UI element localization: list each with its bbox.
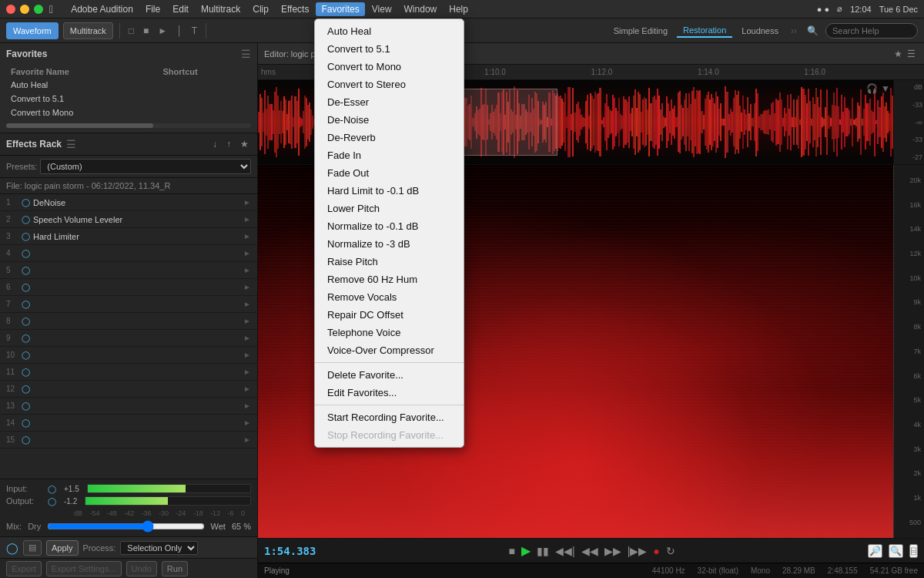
- effect-expand-1[interactable]: ►: [243, 198, 251, 207]
- meters-button[interactable]: ▤: [23, 540, 42, 556]
- effect-power-2[interactable]: ◯: [22, 215, 30, 223]
- menu-de-esser[interactable]: De-Esser: [315, 93, 464, 111]
- menu-convert-5-1[interactable]: Convert to 5.1: [315, 40, 464, 58]
- menu-de-reverb[interactable]: De-Reverb: [315, 129, 464, 146]
- effect-row-13[interactable]: 13◯►: [0, 398, 257, 415]
- search-input[interactable]: [825, 23, 918, 39]
- effect-row-12[interactable]: 12◯►: [0, 381, 257, 398]
- favorites-scrollbar[interactable]: [6, 123, 251, 128]
- channel-settings-icon[interactable]: ▼: [881, 83, 890, 94]
- menu-fade-in[interactable]: Fade In: [315, 146, 464, 164]
- effect-row-7[interactable]: 7◯►: [0, 296, 257, 313]
- menu-auto-heal[interactable]: Auto Heal: [315, 22, 464, 40]
- menu-effects[interactable]: Effects: [276, 2, 314, 16]
- headphone-icon[interactable]: 🎧: [866, 83, 878, 94]
- multitrack-tab[interactable]: Multitrack: [63, 22, 113, 39]
- effects-rack-save-icon[interactable]: ↓: [210, 138, 219, 150]
- maximize-button[interactable]: [34, 5, 43, 14]
- menu-telephone-voice[interactable]: Telephone Voice: [315, 324, 464, 341]
- menu-de-noise[interactable]: De-Noise: [315, 111, 464, 129]
- effects-rack-load-icon[interactable]: ↑: [224, 138, 233, 150]
- effect-power-3[interactable]: ◯: [22, 232, 30, 240]
- effect-row-3[interactable]: 3 ◯ Hard Limiter ►: [0, 228, 257, 245]
- pause-button[interactable]: ▮▮: [537, 545, 549, 557]
- favorite-row-2[interactable]: Convert to 5.1: [8, 92, 249, 105]
- apply-button[interactable]: Apply: [46, 540, 79, 556]
- toolbar-icon-2[interactable]: ■: [141, 25, 151, 37]
- toolbar-icon-1[interactable]: □: [126, 25, 136, 37]
- effect-row-10[interactable]: 10◯►: [0, 347, 257, 364]
- favorite-row-3[interactable]: Convert to Mono: [8, 106, 249, 119]
- tab-loudness[interactable]: Loudness: [735, 25, 785, 37]
- fit-icon[interactable]: ⌸: [909, 544, 918, 558]
- export-button[interactable]: Export: [6, 561, 42, 576]
- editor-icon-2[interactable]: ☰: [905, 48, 918, 60]
- menu-edit-favorites[interactable]: Edit Favorites...: [315, 384, 464, 402]
- menu-window[interactable]: Window: [399, 2, 443, 16]
- menu-favorites[interactable]: Favorites: [316, 2, 364, 16]
- editor-icon-1[interactable]: ★: [892, 48, 905, 60]
- menu-file[interactable]: File: [140, 2, 166, 16]
- toolbar-icon-5[interactable]: T: [189, 25, 199, 37]
- mix-slider[interactable]: [47, 521, 204, 532]
- search-icon[interactable]: 🔍: [805, 25, 821, 37]
- effect-row-14[interactable]: 14◯►: [0, 415, 257, 432]
- effect-row-1[interactable]: 1 ◯ DeNoise ►: [0, 194, 257, 211]
- menu-start-recording[interactable]: Start Recording Favorite...: [315, 408, 464, 426]
- menu-edit[interactable]: Edit: [167, 2, 194, 16]
- menu-repair-dc[interactable]: Repair DC Offset: [315, 306, 464, 324]
- menu-clip[interactable]: Clip: [247, 2, 274, 16]
- menu-raise-pitch[interactable]: Raise Pitch: [315, 253, 464, 271]
- effect-expand-3[interactable]: ►: [243, 232, 251, 240]
- menu-multitrack[interactable]: Multitrack: [196, 2, 246, 16]
- effect-row-2[interactable]: 2 ◯ Speech Volume Leveler ►: [0, 211, 257, 228]
- menu-normalize-0-1[interactable]: Normalize to -0.1 dB: [315, 217, 464, 235]
- stop-button[interactable]: ■: [509, 545, 515, 557]
- skip-back-button[interactable]: ◀◀|: [555, 545, 575, 557]
- process-select[interactable]: Selection Only: [120, 541, 198, 555]
- menu-lower-pitch[interactable]: Lower Pitch: [315, 200, 464, 217]
- mac-window-controls[interactable]: [6, 5, 43, 14]
- menu-view[interactable]: View: [367, 2, 397, 16]
- menu-audition[interactable]: Adobe Audition: [65, 2, 139, 16]
- fast-forward-button[interactable]: ▶▶: [604, 545, 621, 557]
- menu-delete-favorite[interactable]: Delete Favorite...: [315, 366, 464, 384]
- favorite-row-1[interactable]: Auto Heal: [8, 79, 249, 91]
- effect-row-8[interactable]: 8◯►: [0, 313, 257, 330]
- menu-convert-stereo[interactable]: Convert to Stereo: [315, 76, 464, 93]
- tab-restoration[interactable]: Restoration: [677, 24, 732, 38]
- effect-row-11[interactable]: 11◯►: [0, 364, 257, 381]
- zoom-in-icon[interactable]: 🔎: [868, 544, 882, 558]
- menu-fade-out[interactable]: Fade Out: [315, 164, 464, 182]
- effect-row-4[interactable]: 4◯►: [0, 245, 257, 262]
- menu-remove-vocals[interactable]: Remove Vocals: [315, 288, 464, 306]
- menu-stop-recording[interactable]: Stop Recording Favorite...: [315, 426, 464, 444]
- tab-simple-editing[interactable]: Simple Editing: [608, 25, 674, 37]
- menu-hard-limit[interactable]: Hard Limit to -0.1 dB: [315, 182, 464, 200]
- effects-rack-menu-icon[interactable]: ☰: [66, 138, 76, 150]
- minimize-button[interactable]: [20, 5, 29, 14]
- effect-power-1[interactable]: ◯: [22, 198, 30, 207]
- power-icon[interactable]: ◯: [6, 542, 18, 554]
- toolbar-icon-4[interactable]: │: [174, 25, 185, 37]
- loop-button[interactable]: ↻: [666, 545, 675, 557]
- zoom-out-icon[interactable]: 🔍: [889, 544, 903, 558]
- favorites-menu-icon[interactable]: ☰: [241, 48, 251, 60]
- undo-button[interactable]: Undo: [126, 561, 157, 576]
- skip-forward-button[interactable]: |▶▶: [628, 545, 648, 557]
- play-button[interactable]: ▶: [521, 543, 531, 558]
- rewind-button[interactable]: ◀◀: [581, 545, 598, 557]
- effect-row-6[interactable]: 6◯►: [0, 279, 257, 296]
- output-icon[interactable]: ◯: [48, 497, 56, 506]
- effect-row-9[interactable]: 9◯►: [0, 330, 257, 347]
- record-button[interactable]: ●: [653, 545, 659, 557]
- menu-voiceover-compressor[interactable]: Voice-Over Compressor: [315, 341, 464, 359]
- export-settings-button[interactable]: Export Settings...: [46, 561, 122, 576]
- menu-normalize-3[interactable]: Normalize to -3 dB: [315, 235, 464, 253]
- effects-rack-star-icon[interactable]: ★: [238, 138, 251, 150]
- presets-select[interactable]: (Custom): [40, 159, 251, 174]
- run-button[interactable]: Run: [162, 561, 188, 576]
- effect-row-15[interactable]: 15◯►: [0, 432, 257, 449]
- waveform-tab[interactable]: Waveform: [6, 22, 59, 39]
- menu-convert-mono[interactable]: Convert to Mono: [315, 58, 464, 76]
